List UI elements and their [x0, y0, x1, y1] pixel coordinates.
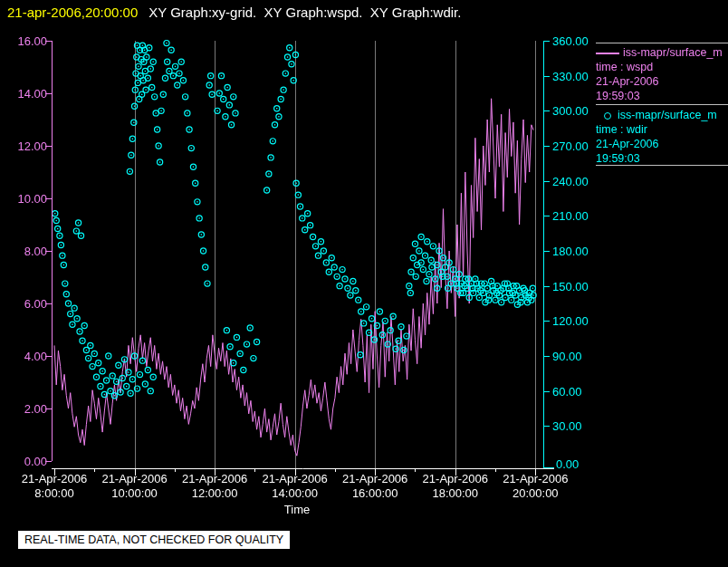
x-tick-time: 10:00:00: [91, 486, 178, 500]
y-left-tick-label: 2.00: [4, 402, 47, 416]
y-left-tick-label: 12.00: [4, 139, 47, 153]
x-tick-time: 14:00:00: [252, 486, 339, 500]
wspd-line-marker-icon: [596, 53, 619, 54]
y-right-tick-label: 90.00: [552, 350, 582, 363]
y-right-tick-label: 180.00: [552, 245, 589, 258]
y-right-tick-label: 0.00: [556, 457, 579, 471]
wdir-circle-marker-icon: [604, 112, 611, 120]
y-left-tick-label: 10.00: [4, 192, 47, 206]
y-right-tick-label: 300.00: [552, 104, 589, 118]
title-timestamp: 21-apr-2006,20:00:00: [7, 5, 138, 20]
x-tick-date: 21-Apr-2006: [412, 472, 499, 485]
y-right-tick-label: 60.00: [552, 385, 582, 399]
y-left-tick-label: 6.00: [4, 297, 47, 311]
xy-graph-window: 21-apr-2006,20:00:00XY Graph:xy-grid. XY…: [0, 0, 728, 567]
x-tick-date: 21-Apr-2006: [331, 472, 418, 485]
legend-divider: [596, 165, 728, 166]
x-tick-date: 21-Apr-2006: [492, 472, 579, 485]
y-left-tick-label: 0.00: [4, 455, 47, 468]
y-left-tick-label: 8.00: [4, 245, 47, 258]
y-right-tick-label: 210.00: [552, 209, 589, 223]
title-bar: 21-apr-2006,20:00:00XY Graph:xy-grid. XY…: [7, 5, 461, 20]
title-graph-list: XY Graph:xy-grid. XY Graph:wspd. XY Grap…: [148, 5, 461, 20]
x-tick-date: 21-Apr-2006: [11, 472, 98, 485]
x-axis-title: Time: [270, 503, 324, 516]
x-tick-date: 21-Apr-2006: [171, 472, 258, 485]
x-tick-time: 20:00:00: [492, 486, 579, 500]
legend-divider: [596, 43, 728, 43]
y-left-tick-label: 16.00: [4, 34, 47, 48]
y-right-tick-label: 30.00: [552, 419, 582, 433]
x-tick-date: 21-Apr-2006: [252, 472, 339, 485]
legend: iss-mapr/surface_m time : wspd 21-Apr-20…: [596, 0, 728, 181]
quality-notice: REAL-TIME DATA, NOT CHECKED FOR QUALITY: [18, 531, 290, 549]
x-tick-date: 21-Apr-2006: [91, 472, 178, 485]
x-tick-time: 12:00:00: [171, 486, 258, 500]
y-right-tick-label: 270.00: [552, 139, 589, 153]
legend-time: 19:59:03: [596, 152, 640, 165]
x-tick-time: 8:00:00: [11, 486, 98, 500]
y-right-tick-label: 120.00: [552, 314, 589, 328]
legend-source: iss-mapr/surface_m: [623, 46, 723, 59]
legend-date: 21-Apr-2006: [596, 75, 659, 88]
legend-field: time : wdir: [596, 123, 647, 136]
y-left-tick-label: 14.00: [4, 87, 47, 101]
x-tick-time: 16:00:00: [331, 486, 418, 500]
legend-divider: [596, 104, 728, 105]
y-left-tick-label: 4.00: [4, 350, 47, 363]
y-right-tick-label: 330.00: [552, 70, 589, 83]
legend-time: 19:59:03: [596, 90, 640, 102]
legend-source: iss-mapr/surface_m: [618, 109, 717, 121]
y-right-tick-label: 360.00: [552, 34, 589, 48]
y-right-tick-label: 150.00: [552, 280, 589, 293]
legend-date: 21-Apr-2006: [596, 138, 659, 150]
y-right-tick-label: 240.00: [552, 175, 589, 188]
x-tick-time: 18:00:00: [412, 486, 499, 500]
legend-field: time : wspd: [596, 61, 653, 73]
